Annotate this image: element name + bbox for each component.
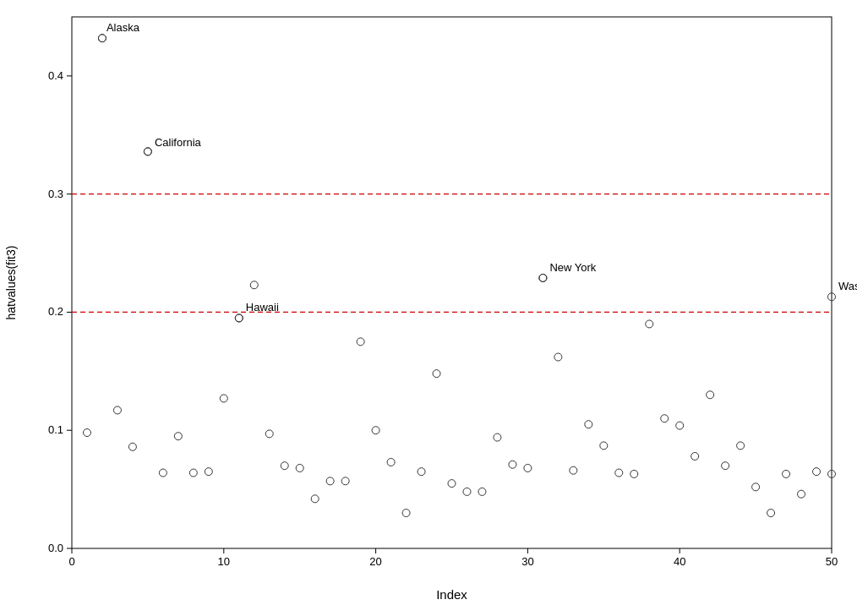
- y-tick-label: 0.4: [48, 69, 63, 82]
- y-tick-label: 0.3: [48, 188, 63, 200]
- y-tick-label: 0.2: [48, 305, 63, 318]
- point-label: California: [155, 136, 202, 149]
- point-label: New York: [549, 261, 596, 274]
- x-tick-label: 30: [521, 555, 533, 568]
- chart-container: 0.00.10.20.30.401020304050hatvalues(fit3…: [0, 0, 857, 616]
- point-label: Washington: [838, 280, 857, 292]
- y-tick-label: 0.1: [48, 423, 63, 436]
- x-axis-label: Index: [436, 587, 467, 602]
- point-label: Hawaii: [246, 301, 279, 313]
- x-tick-label: 50: [826, 555, 838, 568]
- x-tick-label: 10: [218, 555, 230, 568]
- y-tick-label: 0.0: [48, 542, 63, 554]
- x-tick-label: 40: [674, 555, 685, 568]
- x-tick-label: 20: [369, 555, 381, 568]
- y-axis-label: hatvalues(fit3): [4, 246, 18, 320]
- x-tick-label: 0: [68, 555, 74, 568]
- point-label: Alaska: [106, 21, 140, 34]
- scatter-plot: 0.00.10.20.30.401020304050hatvalues(fit3…: [0, 0, 857, 616]
- svg-rect-1: [72, 17, 832, 548]
